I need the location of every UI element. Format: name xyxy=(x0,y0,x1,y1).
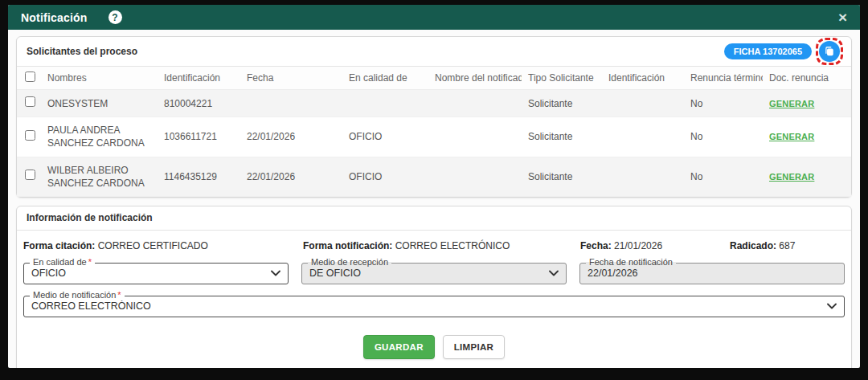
fecha-label: Fecha: xyxy=(580,240,612,251)
copy-button-highlight xyxy=(816,38,843,65)
forma-notificacion-value: CORREO ELECTRÓNICO xyxy=(395,240,510,251)
en-calidad-de-select[interactable]: En calidad de * OFICIO xyxy=(23,263,289,284)
cell-fecha xyxy=(240,90,342,117)
chevron-down-icon xyxy=(271,270,280,276)
ficha-badge[interactable]: FICHA 13702065 xyxy=(724,43,812,59)
cell-nombres: ONESYSTEM xyxy=(41,90,158,117)
fields-row-2: Medio de notificación * CORREO ELECTRÓNI… xyxy=(23,296,845,317)
cell-en-calidad-de: OFICIO xyxy=(342,157,428,196)
row-checkbox[interactable] xyxy=(25,170,35,180)
modal-titlebar: Notificación ? × xyxy=(8,5,860,30)
table-row: ONESYSTEM 810004221 Solicitante No GENER… xyxy=(17,90,851,117)
col-header-doc-renuncia: Doc. renuncia xyxy=(763,67,851,90)
forma-notificacion: Forma notificación: CORREO ELECTRÓNICO xyxy=(303,240,580,251)
close-icon[interactable]: × xyxy=(838,10,847,25)
cell-nombre-notificado xyxy=(428,157,522,196)
medio-notificacion-label: Medio de notificación * xyxy=(30,290,125,300)
table-header-row: Nombres Identificación Fecha En calidad … xyxy=(17,67,851,90)
cell-en-calidad-de: OFICIO xyxy=(342,117,428,157)
cell-fecha: 22/01/2026 xyxy=(240,157,342,196)
cell-renuncia-terminos: No xyxy=(684,117,763,157)
cell-identificacion: 1036611721 xyxy=(158,117,240,157)
cell-identificacion-2 xyxy=(602,157,684,196)
en-calidad-de-value: OFICIO xyxy=(31,268,266,279)
row-checkbox[interactable] xyxy=(25,130,35,141)
medio-notificacion-select[interactable]: Medio de notificación * CORREO ELECTRÓNI… xyxy=(23,296,845,317)
applicants-table: Nombres Identificación Fecha En calidad … xyxy=(17,67,851,197)
guardar-button[interactable]: GUARDAR xyxy=(363,335,435,359)
col-header-nombres: Nombres xyxy=(41,67,158,90)
cell-tipo-solicitante: Solicitante xyxy=(522,90,602,117)
cell-renuncia-terminos: No xyxy=(684,157,763,196)
col-header-identificacion: Identificación xyxy=(158,67,240,90)
notification-summary: Forma citación: CORREO CERTIFICADO Forma… xyxy=(23,240,845,251)
notification-card-body: Forma citación: CORREO CERTIFICADO Forma… xyxy=(17,231,851,368)
required-asterisk: * xyxy=(117,290,121,300)
fecha-notificacion-label: Fecha de notificación xyxy=(586,257,676,267)
notification-modal: Notificación ? × Solicitantes del proces… xyxy=(8,5,860,368)
required-asterisk: * xyxy=(88,257,92,267)
medio-recepcion-label: Medio de recepción xyxy=(308,257,391,267)
fecha-value: 21/01/2026 xyxy=(614,240,662,251)
cell-identificacion: 1146435129 xyxy=(158,157,240,196)
generar-link[interactable]: GENERAR xyxy=(769,172,814,182)
cell-nombres: PAULA ANDREA SANCHEZ CARDONA xyxy=(41,117,158,157)
notification-info-card: Información de notificación Forma citaci… xyxy=(16,206,852,368)
applicants-card: Solicitantes del proceso FICHA 13702065 xyxy=(16,36,852,198)
cell-tipo-solicitante: Solicitante xyxy=(522,157,602,196)
applicants-header-actions: FICHA 13702065 xyxy=(724,41,841,62)
fecha-notificacion-input: Fecha de notificación 22/01/2026 xyxy=(579,263,845,284)
cell-fecha: 22/01/2026 xyxy=(240,117,342,157)
applicants-card-header: Solicitantes del proceso FICHA 13702065 xyxy=(17,37,851,67)
medio-notificacion-value: CORREO ELECTRÓNICO xyxy=(31,300,822,312)
select-all-checkbox[interactable] xyxy=(25,72,35,82)
fecha-notificacion-value: 22/01/2026 xyxy=(588,268,837,279)
modal-title: Notificación xyxy=(21,11,88,24)
cell-identificacion-2 xyxy=(602,90,684,117)
table-row: PAULA ANDREA SANCHEZ CARDONA 1036611721 … xyxy=(17,117,851,157)
notification-card-header: Información de notificación xyxy=(17,206,851,231)
copy-document-icon[interactable] xyxy=(819,41,840,62)
cell-renuncia-terminos: No xyxy=(684,90,763,117)
fields-row-1: En calidad de * OFICIO Medio de recepció… xyxy=(23,263,845,284)
chevron-down-icon xyxy=(549,270,559,276)
notification-section-title: Información de notificación xyxy=(27,212,153,223)
medio-recepcion-value: DE OFICIO xyxy=(309,268,544,279)
limpiar-button[interactable]: LIMPIAR xyxy=(443,335,505,359)
forma-citacion-label: Forma citación: xyxy=(23,240,95,251)
col-header-identificacion-2: Identificación xyxy=(602,67,684,90)
chevron-down-icon xyxy=(827,303,837,309)
cell-nombre-notificado xyxy=(428,117,522,157)
fecha-summary: Fecha: 21/01/2026 xyxy=(580,240,730,251)
cell-identificacion: 810004221 xyxy=(158,90,240,117)
forma-citacion-value: CORREO CERTIFICADO xyxy=(98,240,208,251)
cell-nombre-notificado xyxy=(428,90,522,117)
applicants-section-title: Solicitantes del proceso xyxy=(27,46,137,57)
col-header-renuncia-terminos: Renuncia términos xyxy=(684,67,763,90)
generar-link[interactable]: GENERAR xyxy=(769,132,814,141)
cell-nombres: WILBER ALBEIRO SANCHEZ CARDONA xyxy=(41,157,158,196)
modal-body: Solicitantes del proceso FICHA 13702065 xyxy=(8,30,860,368)
en-calidad-de-label: En calidad de * xyxy=(30,257,95,267)
radicado-label: Radicado: xyxy=(730,240,776,251)
col-header-tipo-solicitante: Tipo Solicitante xyxy=(522,67,602,90)
generar-link[interactable]: GENERAR xyxy=(769,99,814,108)
row-checkbox[interactable] xyxy=(25,96,35,107)
col-header-fecha: Fecha xyxy=(240,67,342,90)
col-header-en-calidad-de: En calidad de xyxy=(342,67,428,90)
form-buttons: GUARDAR LIMPIAR xyxy=(23,332,845,368)
forma-notificacion-label: Forma notificación: xyxy=(303,240,392,251)
cell-tipo-solicitante: Solicitante xyxy=(522,117,602,157)
table-row: WILBER ALBEIRO SANCHEZ CARDONA 114643512… xyxy=(17,157,851,196)
help-icon[interactable]: ? xyxy=(108,10,122,24)
forma-citacion: Forma citación: CORREO CERTIFICADO xyxy=(23,240,303,251)
medio-recepcion-select: Medio de recepción DE OFICIO xyxy=(301,263,567,284)
cell-identificacion-2 xyxy=(602,117,684,157)
radicado-summary: Radicado: 687 xyxy=(730,240,845,251)
col-header-nombre-notificado: Nombre del notificado xyxy=(428,67,522,90)
radicado-value: 687 xyxy=(779,240,795,251)
cell-en-calidad-de xyxy=(342,90,428,117)
